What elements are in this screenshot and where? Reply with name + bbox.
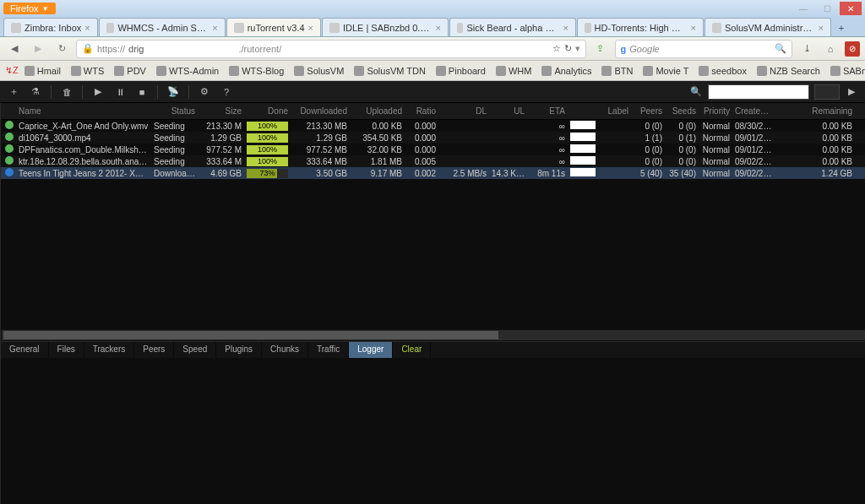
home-button[interactable]: ⌂ <box>821 40 840 58</box>
bookmark-item[interactable]: WTS-Blog <box>225 64 288 78</box>
create-torrent-icon[interactable]: ⚗ <box>29 86 42 97</box>
share-icon[interactable]: ⇪ <box>591 40 610 58</box>
browser-tab[interactable]: ruTorrent v3.4× <box>226 18 321 36</box>
rss-icon[interactable]: 📡 <box>166 86 180 97</box>
browser-tab[interactable]: IDLE | SABnzbd 0.7.3× <box>322 18 449 36</box>
detail-tab-speed[interactable]: Speed <box>174 342 216 358</box>
bookmark-item[interactable]: PDV <box>110 64 150 78</box>
reload-button[interactable]: ↻ <box>52 40 71 58</box>
search-category-dropdown[interactable] <box>814 84 840 100</box>
browser-tab[interactable]: Sick Beard - alpha master - Comin...× <box>449 18 576 36</box>
bookmark-item[interactable]: BTN <box>597 64 637 78</box>
bookmark-item[interactable]: SABnzbd <box>826 64 865 78</box>
detail-tab-plugins[interactable]: Plugins <box>216 342 262 358</box>
horizontal-scrollbar[interactable] <box>1 329 865 341</box>
bookmark-item[interactable]: SolusVM <box>290 64 348 78</box>
start-icon[interactable]: ▶ <box>91 86 105 97</box>
column-header[interactable]: DL <box>438 106 489 116</box>
detail-tab-general[interactable]: General <box>1 342 49 358</box>
new-tab-button[interactable]: + <box>832 19 851 36</box>
torrent-row[interactable]: DPFanatics.com_Double.Milkshake_Amirah.A… <box>1 144 865 155</box>
column-header[interactable]: Peers <box>631 106 665 116</box>
column-header[interactable]: Done <box>244 106 291 116</box>
column-header[interactable]: Name <box>16 106 151 116</box>
refresh-inline-icon[interactable]: ↻ <box>564 43 572 54</box>
settings-icon[interactable]: ⚙ <box>198 86 211 97</box>
pause-icon[interactable]: ⏸ <box>113 87 127 97</box>
bookmark-item[interactable]: Pinboard <box>432 64 490 78</box>
torrent-status-icon <box>5 144 14 153</box>
column-header[interactable]: ETA <box>527 106 568 116</box>
column-header[interactable]: Uploaded <box>350 106 405 116</box>
detail-tab-files[interactable]: Files <box>49 342 84 358</box>
column-header[interactable]: Downloaded <box>291 106 350 116</box>
column-header[interactable]: Size <box>198 106 244 116</box>
cell-seeds: 0 (0) <box>665 122 699 131</box>
column-header[interactable]: Seeds <box>665 106 699 116</box>
tab-close-icon[interactable]: × <box>691 23 696 33</box>
column-header[interactable]: Label <box>568 106 631 116</box>
torrent-row[interactable]: Teens In Tight Jeans 2 2012- XXX- 720p W… <box>1 167 865 179</box>
tab-favicon <box>106 23 115 33</box>
bookmark-item[interactable]: WHM <box>492 64 536 78</box>
search-go-icon[interactable]: 🔍 <box>775 43 786 54</box>
detail-tab-traffic[interactable]: Traffic <box>308 342 349 358</box>
help-icon[interactable]: ? <box>220 87 233 97</box>
column-header[interactable]: UL <box>489 106 527 116</box>
detail-tab-trackers[interactable]: Trackers <box>84 342 135 358</box>
detail-tab-clear[interactable]: Clear <box>393 342 431 358</box>
detail-tab-logger[interactable]: Logger <box>349 342 393 358</box>
tab-close-icon[interactable]: × <box>819 23 824 33</box>
download-icon[interactable]: ⤓ <box>797 40 816 58</box>
detail-tab-peers[interactable]: Peers <box>134 342 174 358</box>
bookmark-item[interactable]: Analytics <box>537 64 596 78</box>
column-header[interactable]: Created On <box>732 106 775 116</box>
bookmark-item[interactable]: NZB Search <box>753 64 824 78</box>
back-button[interactable]: ◀ <box>5 40 24 58</box>
torrent-row[interactable]: Caprice_X-Art_One And Only.wmvSeeding213… <box>1 120 865 132</box>
remove-icon[interactable]: 🗑 <box>60 87 73 97</box>
cell-peers: 0 (0) <box>631 122 665 131</box>
browser-tab[interactable]: HD-Torrents: High Definition BitTo...× <box>577 18 704 36</box>
column-header[interactable]: Priority <box>699 106 732 116</box>
rutorrent-toolbar: ＋ ⚗ 🗑 ▶ ⏸ ■ 📡 ⚙ ? 🔍 ▶ <box>0 81 865 103</box>
cell-uploaded: 1.81 MB <box>350 157 405 166</box>
dropdown-icon[interactable]: ▾ <box>575 43 580 54</box>
tab-close-icon[interactable]: × <box>563 23 569 33</box>
browser-search-bar[interactable]: g Google 🔍 <box>615 40 793 58</box>
forward-button[interactable]: ▶ <box>29 40 47 58</box>
adblock-icon[interactable]: ⊘ <box>845 41 860 57</box>
column-header[interactable]: Remaining <box>775 106 855 116</box>
cell-eta: 8m 11s <box>527 169 568 178</box>
cell-seeds: 0 (1) <box>665 133 699 143</box>
torrent-row[interactable]: di10674_3000.mp4Seeding1.29 GB100%1.29 G… <box>1 132 865 144</box>
torrent-status-icon <box>5 156 14 165</box>
tab-close-icon[interactable]: × <box>308 23 313 33</box>
bookmark-item[interactable]: SolusVM TDN <box>350 64 429 78</box>
rt-search-input[interactable] <box>708 84 809 100</box>
star-icon[interactable]: ☆ <box>552 43 561 54</box>
bookmark-item[interactable]: Hmail <box>20 64 65 78</box>
add-torrent-icon[interactable]: ＋ <box>7 85 20 98</box>
column-header[interactable]: Ratio <box>405 106 438 116</box>
browser-tab[interactable]: WHMCS - Admin Summary× <box>99 18 226 36</box>
tab-close-icon[interactable]: × <box>212 23 217 33</box>
torrent-row[interactable]: ktr.18e.12.08.29.bella.south.anal.drilli… <box>1 155 865 167</box>
window-close-button[interactable]: ✕ <box>840 2 862 15</box>
bookmark-item[interactable]: seedbox <box>694 64 751 78</box>
tab-close-icon[interactable]: × <box>436 23 441 33</box>
browser-tab[interactable]: Zimbra: Inbox× <box>3 18 98 36</box>
browser-tab[interactable]: SolusVM Administration× <box>705 18 831 36</box>
window-titlebar: Firefox ▼ — ☐ ✕ <box>0 0 865 17</box>
search-go-icon[interactable]: ▶ <box>845 86 858 97</box>
bookmark-item[interactable]: WTS <box>67 64 108 78</box>
bookmark-item[interactable]: WTS-Admin <box>152 64 223 78</box>
stop-icon[interactable]: ■ <box>135 87 149 97</box>
maximize-button[interactable]: ☐ <box>816 2 838 15</box>
tab-close-icon[interactable]: × <box>84 23 90 33</box>
detail-tab-chunks[interactable]: Chunks <box>262 342 308 358</box>
url-bar[interactable]: 🔒 https:// drig ./rutorrent/ ☆ ↻ ▾ <box>76 40 586 58</box>
column-header[interactable]: Status <box>151 106 198 116</box>
bookmark-item[interactable]: Movie T <box>639 64 693 78</box>
minimize-button[interactable]: — <box>792 2 814 15</box>
